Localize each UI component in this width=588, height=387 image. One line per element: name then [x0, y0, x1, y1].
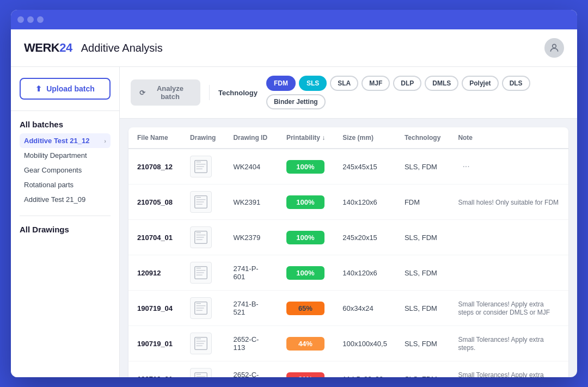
- logo: WERK24: [24, 41, 72, 55]
- sidebar-item-label: Rotational parts: [24, 181, 74, 189]
- sidebar-item-rotational[interactable]: Rotational parts: [20, 177, 111, 192]
- all-batches-section: All batches Additive Test 21_12 › Mobili…: [11, 111, 119, 216]
- analyze-batch-button[interactable]: ⟳ Analyze batch: [131, 79, 200, 106]
- cell-note: [449, 220, 568, 255]
- sidebar-item-label: Mobility Department: [24, 151, 87, 159]
- cell-drawing-id: WK2391: [224, 185, 277, 220]
- table-row: 210705_08 WK2391100%140x120x6FDMSmall ho…: [128, 185, 568, 220]
- toolbar-divider: [209, 85, 210, 100]
- toolbar: ⟳ Analyze batch Technology FDM SLS SLA M…: [120, 67, 577, 119]
- analyze-label: Analyze batch: [149, 84, 192, 101]
- filter-sls[interactable]: SLS: [299, 76, 327, 91]
- cell-file-name: 210708_12: [128, 149, 181, 185]
- parts-table: File Name Drawing Drawing ID Printabilit…: [128, 127, 568, 377]
- drawing-thumbnail: [190, 297, 212, 319]
- filter-dls[interactable]: DLS: [502, 76, 530, 91]
- main-content: ⟳ Analyze batch Technology FDM SLS SLA M…: [120, 67, 577, 377]
- cell-technology: SLS, FDM: [396, 255, 449, 291]
- upload-batch-button[interactable]: ⬆ Upload batch: [20, 78, 111, 100]
- sidebar: ⬆ Upload batch All batches Additive Test…: [11, 67, 120, 377]
- filter-binder-jetting[interactable]: Binder Jetting: [266, 94, 326, 109]
- cell-printability: 100%: [278, 255, 334, 291]
- filter-mjf[interactable]: MJF: [362, 76, 390, 91]
- cell-drawing: [181, 220, 224, 255]
- cell-note: Small holes! Only suitable for FDM: [449, 185, 568, 220]
- printability-badge: 100%: [286, 195, 324, 209]
- sidebar-item-label: Gear Components: [24, 166, 82, 174]
- drawing-thumbnail: [190, 368, 212, 377]
- titlebar-controls: [17, 16, 44, 23]
- note-text: Small Tolerances! Apply extra steps.: [458, 336, 543, 352]
- technology-label: Technology: [218, 89, 258, 97]
- app-window: WERK24 Additive Analysis ⬆ Upload batch: [11, 10, 577, 377]
- cell-printability: 21%: [278, 361, 334, 378]
- file-name-value: 190719_04: [137, 304, 173, 312]
- drawing-thumbnail: [190, 191, 212, 213]
- cell-note: ···: [449, 149, 568, 185]
- avatar[interactable]: [544, 38, 564, 58]
- col-drawing-id: Drawing ID: [224, 127, 277, 149]
- printability-badge: 21%: [286, 372, 324, 378]
- file-name-value: 120912: [137, 269, 161, 277]
- cell-file-name: 190719_01: [128, 361, 181, 378]
- note-text: Small Tolerances! Apply extra steps or c…: [458, 300, 550, 316]
- cell-technology: SLS, FDM: [396, 326, 449, 361]
- sidebar-item-gear[interactable]: Gear Components: [20, 163, 111, 177]
- file-name-value: 210704_01: [137, 234, 173, 242]
- table-header-row: File Name Drawing Drawing ID Printabilit…: [128, 127, 568, 149]
- cell-drawing-id: 2741-B-521: [224, 291, 277, 326]
- upload-icon: ⬆: [35, 84, 42, 93]
- cell-printability: 100%: [278, 149, 334, 185]
- file-name-value: 210705_08: [137, 198, 173, 206]
- sidebar-item-label: Additive Test 21_09: [24, 195, 85, 204]
- cell-size: 140x120x6: [334, 185, 396, 220]
- drawing-thumbnail: [190, 262, 212, 284]
- cell-drawing: [181, 361, 224, 378]
- cell-drawing-id: WK2404: [224, 149, 277, 185]
- cell-file-name: 190719_04: [128, 291, 181, 326]
- col-technology: Technology: [396, 127, 449, 149]
- sidebar-item-additive-21-12[interactable]: Additive Test 21_12 ›: [20, 133, 111, 148]
- note-text: Small holes! Only suitable for FDM: [458, 199, 559, 206]
- sidebar-item-label: Additive Test 21_12: [24, 137, 89, 145]
- filter-sla[interactable]: SLA: [330, 76, 358, 91]
- technology-filters: FDM SLS SLA MJF DLP DMLS Polyjet DLS Bin…: [266, 76, 566, 109]
- table-row: 190719_04 2741-B-52165%60x34x24SLS, FDMS…: [128, 291, 568, 326]
- table-row: 190719_01 2652-C-11344%100x100x40,5SLS, …: [128, 326, 568, 361]
- cell-size: 100x100x40,5: [334, 326, 396, 361]
- sidebar-item-mobility[interactable]: Mobility Department: [20, 148, 111, 163]
- note-text: Small Tolerances! Apply extra steps.: [458, 371, 543, 377]
- cell-size: 245x20x15: [334, 220, 396, 255]
- sidebar-top: ⬆ Upload batch: [11, 67, 119, 111]
- cell-drawing-id: WK2379: [224, 220, 277, 255]
- data-table-container: File Name Drawing Drawing ID Printabilit…: [128, 127, 568, 377]
- dot-2: [27, 16, 34, 23]
- cell-technology: SLS, FDM: [396, 291, 449, 326]
- more-options-button[interactable]: ···: [458, 159, 474, 174]
- col-note: Note: [449, 127, 568, 149]
- cell-drawing: [181, 149, 224, 185]
- file-name-value: 190719_01: [137, 340, 173, 348]
- cell-technology: SLS, FDM: [396, 149, 449, 185]
- dot-1: [17, 16, 24, 23]
- cell-note: [449, 255, 568, 291]
- file-name-value: 210708_12: [137, 163, 173, 171]
- header: WERK24 Additive Analysis: [11, 29, 577, 67]
- table-row: 210704_01 WK2379100%245x20x15SLS, FDM: [128, 220, 568, 255]
- drawing-thumbnail: [190, 156, 212, 177]
- filter-fdm[interactable]: FDM: [266, 76, 296, 91]
- all-batches-heading: All batches: [20, 120, 111, 129]
- sidebar-item-additive-21-09[interactable]: Additive Test 21_09: [20, 192, 111, 207]
- filter-dlp[interactable]: DLP: [393, 76, 421, 91]
- printability-badge: 100%: [286, 231, 324, 244]
- col-printability[interactable]: Printability ↓: [278, 127, 334, 149]
- cell-technology: SLS, FDM: [396, 361, 449, 378]
- printability-badge: 100%: [286, 266, 324, 280]
- table-row: 210708_12 WK2404100%245x45x15SLS, FDM···: [128, 149, 568, 185]
- cell-note: Small Tolerances! Apply extra steps.: [449, 326, 568, 361]
- filter-polyjet[interactable]: Polyjet: [462, 76, 498, 91]
- drawing-thumbnail: [190, 333, 212, 354]
- cell-drawing: [181, 255, 224, 291]
- table-row: 190719_01 2652-C-11321%114,5x32x32SLS, F…: [128, 361, 568, 378]
- filter-dmls[interactable]: DMLS: [425, 76, 458, 91]
